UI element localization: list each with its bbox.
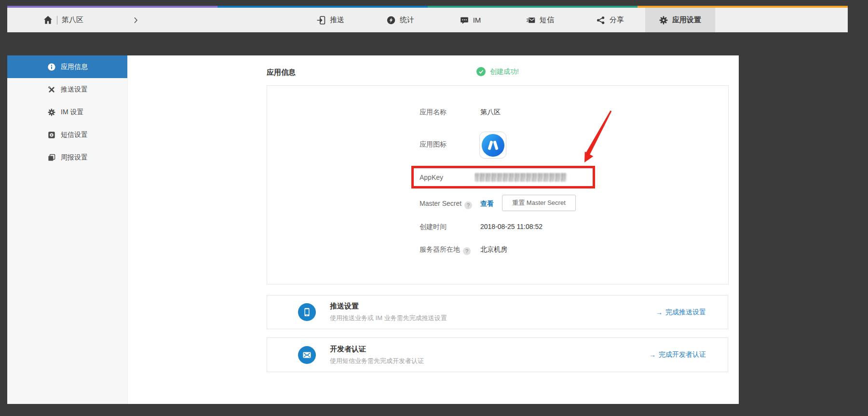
reset-master-secret-button[interactable]: 重置 Master Secret (502, 195, 576, 211)
help-icon[interactable]: ? (464, 201, 472, 209)
sidebar-item-push-settings[interactable]: 推送设置 (7, 78, 127, 101)
appkey-highlight-box: AppKey (411, 166, 595, 188)
sidebar-item-weekly-report-settings[interactable]: 周报设置 (7, 146, 127, 169)
sidebar-item-label: 短信设置 (61, 131, 88, 139)
sidebar-item-label: 推送设置 (61, 85, 88, 94)
breadcrumb: 第八区 (43, 8, 138, 32)
tab-label: 分享 (610, 15, 624, 25)
master-secret-label: Master Secret? (420, 200, 472, 209)
mail-icon (298, 346, 316, 364)
server-location-label: 服务器所在地? (420, 245, 471, 255)
chevron-right-icon[interactable] (134, 17, 138, 24)
sidebar-item-label: IM 设置 (61, 108, 83, 117)
share-icon (597, 16, 605, 25)
check-circle-icon (476, 67, 486, 76)
app-icon-label: 应用图标 (420, 140, 447, 149)
tab-im[interactable]: IM (435, 8, 505, 32)
tab-stats[interactable]: 统计 (366, 8, 435, 32)
app-icon (479, 132, 506, 159)
developer-verification-card: 开发者认证 使用短信业务需先完成开发者认证 → 完成开发者认证 (267, 337, 728, 372)
sms-gear-icon (48, 131, 55, 139)
push-setup-card: 推送设置 使用推送业务或 IM 业务需先完成推送设置 → 完成推送设置 (267, 295, 728, 329)
report-icon (48, 154, 55, 161)
sidebar-item-label: 应用信息 (61, 63, 88, 71)
tab-label: 统计 (400, 15, 414, 25)
arrow-right-icon: → (656, 309, 663, 316)
tab-sms[interactable]: 短信 (505, 8, 575, 32)
created-time-label: 创建时间 (420, 223, 447, 231)
stats-icon (387, 16, 395, 25)
top-navigation-bar: 第八区 推送 统计 IM 短信 分享 (7, 6, 848, 32)
tools-icon (48, 86, 55, 94)
breadcrumb-divider (57, 16, 57, 25)
card-title: 推送设置 (330, 302, 447, 311)
home-icon[interactable] (43, 15, 53, 25)
card-description: 使用短信业务需先完成开发者认证 (330, 357, 424, 365)
created-time-value: 2018-08-25 11:08:52 (480, 223, 542, 230)
card-title: 开发者认证 (330, 345, 424, 354)
info-icon (48, 63, 55, 71)
tab-label: IM (473, 16, 481, 24)
arrow-right-icon: → (649, 351, 656, 359)
sidebar-item-sms-settings[interactable]: 短信设置 (7, 123, 127, 146)
tab-app-settings[interactable]: 应用设置 (645, 8, 715, 32)
help-icon[interactable]: ? (463, 247, 471, 255)
tab-share[interactable]: 分享 (575, 8, 645, 32)
phone-icon (298, 303, 316, 321)
appkey-value-redacted (475, 173, 567, 182)
gear-icon (48, 108, 55, 116)
sidebar-item-label: 周报设置 (61, 153, 88, 162)
sidebar-item-app-info[interactable]: 应用信息 (7, 55, 127, 78)
complete-developer-verification-link[interactable]: → 完成开发者认证 (649, 350, 706, 359)
current-app-name[interactable]: 第八区 (62, 15, 83, 25)
im-icon (460, 16, 469, 25)
tab-label: 推送 (330, 15, 344, 25)
app-name-label: 应用名称 (420, 108, 447, 117)
server-location-value: 北京机房 (480, 245, 507, 254)
app-icon-logo (482, 134, 504, 157)
sms-icon (527, 16, 535, 25)
tab-push[interactable]: 推送 (296, 8, 366, 32)
page-title: 应用信息 (267, 68, 296, 77)
settings-sidebar: 应用信息 推送设置 IM 设置 短信设置 周报设置 (7, 55, 128, 404)
appkey-label: AppKey (420, 174, 475, 181)
app-name-value: 第八区 (480, 108, 501, 117)
tab-label: 应用设置 (672, 15, 701, 25)
success-message: 创建成功! (490, 67, 519, 76)
view-master-secret-link[interactable]: 查看 (480, 200, 494, 208)
sidebar-item-im-settings[interactable]: IM 设置 (7, 101, 127, 123)
gear-icon (659, 16, 668, 25)
success-badge: 创建成功! (476, 67, 519, 76)
content-area: 应用信息 推送设置 IM 设置 短信设置 周报设置 应用信息 创建成功! 应用名… (7, 55, 739, 404)
app-info-panel: 应用名称 第八区 应用图标 AppKey Master Secret? 查看 重… (267, 85, 729, 284)
tab-label: 短信 (540, 15, 554, 25)
main-panel: 应用信息 创建成功! 应用名称 第八区 应用图标 AppKey Master S… (128, 55, 739, 404)
card-description: 使用推送业务或 IM 业务需先完成推送设置 (330, 314, 447, 322)
push-icon (317, 16, 326, 25)
complete-push-setup-link[interactable]: → 完成推送设置 (656, 308, 706, 317)
nav-tabs: 推送 统计 IM 短信 分享 应用设置 (296, 8, 715, 32)
